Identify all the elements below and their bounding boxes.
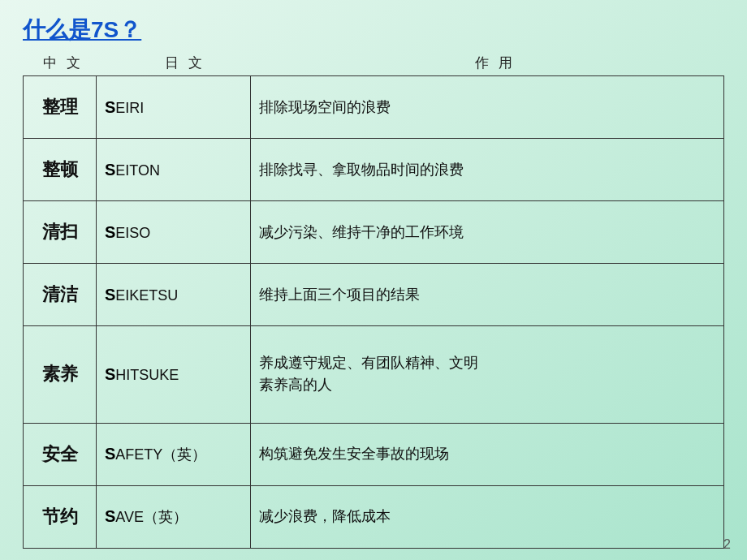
col-header-jp: 日 文: [104, 54, 266, 72]
cell-zh-4: 素养: [24, 326, 97, 424]
table-row: 清扫SEISO减少污染、维持干净的工作环境: [24, 201, 724, 264]
page-title: 什么是7S？: [23, 15, 724, 45]
cell-zh-3: 清洁: [24, 264, 97, 326]
page-number: 2: [723, 537, 731, 552]
table-row: 素养SHITSUKE养成遵守规定、有团队精神、文明素养高的人: [24, 326, 724, 424]
cell-use-4: 养成遵守规定、有团队精神、文明素养高的人: [251, 326, 724, 424]
cell-jp-2: SEISO: [97, 201, 251, 264]
cell-jp-5: SAFETY（英）: [97, 423, 251, 485]
col-header-zh: 中 文: [23, 54, 104, 72]
cell-use-2: 减少污染、维持干净的工作环境: [251, 201, 724, 264]
table-row: 整顿SEITON排除找寻、拿取物品时间的浪费: [24, 139, 724, 201]
table-row: 安全SAFETY（英）构筑避免发生安全事故的现场: [24, 423, 724, 485]
main-table: 整理SEIRI排除现场空间的浪费整顿SEITON排除找寻、拿取物品时间的浪费清扫…: [23, 75, 724, 549]
cell-use-5: 构筑避免发生安全事故的现场: [251, 423, 724, 485]
cell-jp-0: SEIRI: [97, 76, 251, 139]
table-row: 节约SAVE（英）减少浪费，降低成本: [24, 485, 724, 548]
cell-jp-4: SHITSUKE: [97, 326, 251, 424]
cell-zh-5: 安全: [24, 423, 97, 485]
table-row: 清洁SEIKETSU维持上面三个项目的结果: [24, 264, 724, 326]
page-container: 什么是7S？ 中 文 日 文 作 用 整理SEIRI排除现场空间的浪费整顿SEI…: [0, 0, 747, 560]
cell-use-3: 维持上面三个项目的结果: [251, 264, 724, 326]
cell-jp-3: SEIKETSU: [97, 264, 251, 326]
cell-use-6: 减少浪费，降低成本: [251, 485, 724, 548]
cell-use-1: 排除找寻、拿取物品时间的浪费: [251, 139, 724, 201]
column-headers: 中 文 日 文 作 用: [23, 54, 724, 75]
cell-jp-6: SAVE（英）: [97, 485, 251, 548]
cell-jp-1: SEITON: [97, 139, 251, 201]
cell-zh-2: 清扫: [24, 201, 97, 264]
table-row: 整理SEIRI排除现场空间的浪费: [24, 76, 724, 139]
cell-zh-0: 整理: [24, 76, 97, 139]
col-header-use: 作 用: [266, 54, 724, 72]
cell-zh-1: 整顿: [24, 139, 97, 201]
cell-zh-6: 节约: [24, 485, 97, 548]
cell-use-0: 排除现场空间的浪费: [251, 76, 724, 139]
